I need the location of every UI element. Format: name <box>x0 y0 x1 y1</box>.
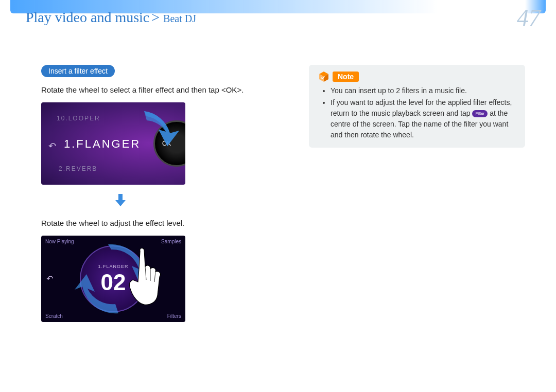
note-item: You can insert up to 2 filters in a musi… <box>331 85 516 96</box>
step2-text: Rotate the wheel to adjust the effect le… <box>41 218 273 228</box>
filter-select-screenshot: 10.LOOPER 1.FLANGER 2.REVERB OK <box>41 102 185 185</box>
breadcrumb: Play video and music > Beat DJ <box>26 9 196 26</box>
back-icon: ↶ <box>46 274 53 283</box>
breadcrumb-section: Play video and music <box>26 9 149 25</box>
ok-button-graphic: OK <box>153 120 185 167</box>
breadcrumb-page: Beat DJ <box>163 13 196 24</box>
filter-next-label: 2.REVERB <box>59 165 97 172</box>
page-number: 47 <box>517 4 541 31</box>
step1-text: Rotate the wheel to select a filter effe… <box>41 84 273 95</box>
corner-now-playing: Now Playing <box>45 239 74 244</box>
dial-level-value: 02 <box>101 271 126 294</box>
corner-samples: Samples <box>161 239 181 244</box>
filter-current-label: 1.FLANGER <box>64 137 141 151</box>
section-title-badge: Insert a filter effect <box>41 65 115 77</box>
filter-prev-label: 10.LOOPER <box>57 115 100 122</box>
touch-hand-icon <box>124 246 170 308</box>
filter-chip-icon: Filter <box>472 110 488 117</box>
note-list: You can insert up to 2 filters in a musi… <box>318 85 516 140</box>
level-adjust-screenshot: Now Playing Samples Scratch Filters ↶ 1.… <box>41 236 185 322</box>
back-icon <box>48 140 57 149</box>
ok-label: OK <box>162 140 171 147</box>
down-arrow-icon <box>113 193 128 207</box>
corner-filters: Filters <box>167 313 181 319</box>
note-box: Note You can insert up to 2 filters in a… <box>309 65 525 148</box>
note-label: Note <box>333 72 359 82</box>
breadcrumb-separator: > <box>151 9 163 25</box>
note-item: If you want to adjust the level for the … <box>331 97 516 140</box>
note-cube-icon <box>318 71 329 82</box>
corner-scratch: Scratch <box>45 313 63 319</box>
